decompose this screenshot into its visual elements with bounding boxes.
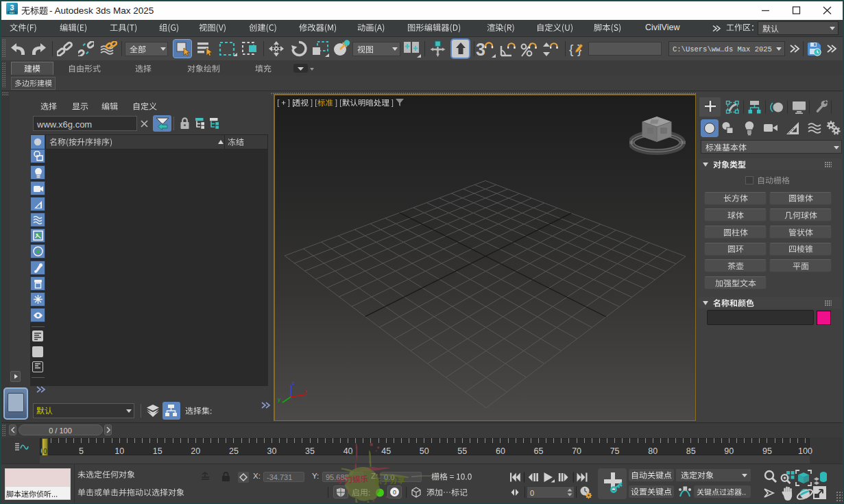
svg-text:3: 3 [476,40,485,58]
svg-text:x: x [304,388,307,394]
svg-text:MAX: MAX [10,12,15,14]
svg-text:y: y [278,396,280,403]
svg-text:{: { [569,42,574,56]
svg-text:z: z [292,380,295,386]
svg-text:3: 3 [10,3,14,12]
